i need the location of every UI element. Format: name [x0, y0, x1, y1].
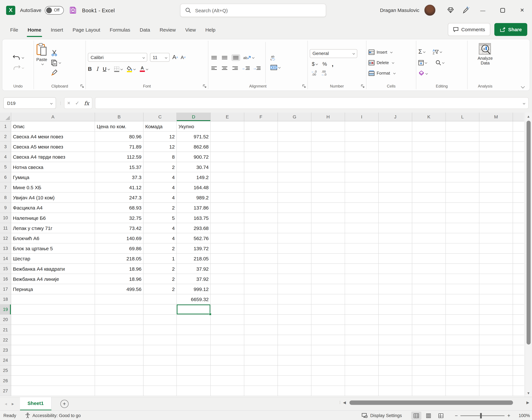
- cell-F4[interactable]: [244, 152, 278, 162]
- tab-review[interactable]: Review: [155, 20, 181, 39]
- cell-E4[interactable]: [211, 152, 244, 162]
- cell-B10[interactable]: 32.75: [95, 213, 143, 223]
- cell-C2[interactable]: 12: [143, 132, 177, 142]
- cell-partial-26[interactable]: [513, 376, 524, 386]
- font-dialog-launcher[interactable]: [203, 83, 206, 89]
- row-header-1[interactable]: 1: [0, 121, 11, 132]
- align-left-button[interactable]: [210, 65, 218, 71]
- cell-M9[interactable]: [480, 203, 513, 213]
- cell-B8[interactable]: 247.3: [95, 193, 143, 203]
- scroll-up-icon[interactable]: ▲: [525, 113, 532, 120]
- cell-J18[interactable]: [379, 294, 412, 304]
- cell-K1[interactable]: [412, 121, 446, 132]
- cell-partial-22[interactable]: [513, 335, 524, 345]
- insert-function-icon[interactable]: fx: [84, 100, 89, 106]
- cell-J25[interactable]: [379, 366, 412, 376]
- cell-E5[interactable]: [211, 162, 244, 172]
- cell-D14[interactable]: 218.05: [177, 254, 211, 264]
- col-header-B[interactable]: B: [95, 113, 143, 121]
- cell-J19[interactable]: [379, 304, 412, 315]
- cell-partial-23[interactable]: [513, 345, 524, 355]
- cell-partial-7[interactable]: [513, 182, 524, 193]
- cell-H13[interactable]: [312, 243, 345, 254]
- cell-B27[interactable]: [95, 386, 143, 396]
- cell-D1[interactable]: Укупно: [177, 121, 211, 132]
- cell-D19[interactable]: [177, 304, 211, 315]
- cell-K4[interactable]: [412, 152, 446, 162]
- cell-partial-13[interactable]: [513, 243, 524, 254]
- cell-L12[interactable]: [446, 233, 479, 243]
- decrease-decimal-button[interactable]: .00→.0: [321, 70, 326, 76]
- cell-F21[interactable]: [244, 325, 278, 335]
- cell-G10[interactable]: [278, 213, 312, 223]
- cell-partial-3[interactable]: [513, 142, 524, 152]
- cell-G25[interactable]: [278, 366, 312, 376]
- col-header-E[interactable]: E: [211, 113, 244, 121]
- cell-F17[interactable]: [244, 284, 278, 294]
- cell-F12[interactable]: [244, 233, 278, 243]
- number-format-select[interactable]: General: [310, 49, 357, 58]
- cell-H7[interactable]: [312, 182, 345, 193]
- tab-help[interactable]: Help: [201, 20, 220, 39]
- cell-I11[interactable]: [345, 223, 379, 233]
- cell-E14[interactable]: [211, 254, 244, 264]
- row-header-11[interactable]: 11: [0, 223, 11, 233]
- page-break-view-button[interactable]: [436, 411, 446, 420]
- cell-K20[interactable]: [412, 315, 446, 325]
- cell-I20[interactable]: [345, 315, 379, 325]
- cell-H3[interactable]: [312, 142, 345, 152]
- cell-H26[interactable]: [312, 376, 345, 386]
- cell-H19[interactable]: [312, 304, 345, 315]
- cell-M15[interactable]: [480, 264, 513, 274]
- cell-H1[interactable]: [312, 121, 345, 132]
- share-button[interactable]: Share: [494, 23, 527, 36]
- cell-D17[interactable]: 999.12: [177, 284, 211, 294]
- cell-partial-1[interactable]: [513, 121, 524, 132]
- merge-center-button[interactable]: [270, 65, 280, 70]
- cell-A22[interactable]: [11, 335, 95, 345]
- row-header-3[interactable]: 3: [0, 142, 11, 152]
- col-header-A[interactable]: A: [11, 113, 95, 121]
- zoom-level[interactable]: 100%: [514, 413, 530, 418]
- cell-I19[interactable]: [345, 304, 379, 315]
- cell-H11[interactable]: [312, 223, 345, 233]
- cell-C14[interactable]: 1: [143, 254, 177, 264]
- row-header-18[interactable]: 18: [0, 294, 11, 304]
- cell-partial-2[interactable]: [513, 132, 524, 142]
- cell-H17[interactable]: [312, 284, 345, 294]
- cell-F16[interactable]: [244, 274, 278, 284]
- cell-F6[interactable]: [244, 172, 278, 182]
- cell-D25[interactable]: [177, 366, 211, 376]
- cell-E10[interactable]: [211, 213, 244, 223]
- cell-D18[interactable]: 6659.32: [177, 294, 211, 304]
- scroll-down-icon[interactable]: ▼: [525, 389, 532, 397]
- cell-B3[interactable]: 71.89: [95, 142, 143, 152]
- cell-F8[interactable]: [244, 193, 278, 203]
- align-right-button[interactable]: [231, 65, 239, 71]
- cell-G1[interactable]: [278, 121, 312, 132]
- cell-H8[interactable]: [312, 193, 345, 203]
- cell-M3[interactable]: [480, 142, 513, 152]
- cell-I10[interactable]: [345, 213, 379, 223]
- cell-L25[interactable]: [446, 366, 479, 376]
- cell-M21[interactable]: [480, 325, 513, 335]
- tab-formulas[interactable]: Formulas: [105, 20, 135, 39]
- zoom-in-button[interactable]: +: [507, 413, 510, 418]
- row-header-10[interactable]: 10: [0, 213, 11, 223]
- cell-B16[interactable]: 18.96: [95, 274, 143, 284]
- cell-partial-17[interactable]: [513, 284, 524, 294]
- col-header-L[interactable]: L: [446, 113, 479, 121]
- cell-I4[interactable]: [345, 152, 379, 162]
- cell-C17[interactable]: 2: [143, 284, 177, 294]
- bold-button[interactable]: B: [88, 66, 92, 72]
- format-cells-button[interactable]: Format: [369, 68, 395, 78]
- save-icon[interactable]: [69, 6, 77, 14]
- cell-J15[interactable]: [379, 264, 412, 274]
- cell-A2[interactable]: Свеска А4 меки повез: [11, 132, 95, 142]
- cell-M23[interactable]: [480, 345, 513, 355]
- cell-K8[interactable]: [412, 193, 446, 203]
- row-header-26[interactable]: 26: [0, 376, 11, 386]
- cell-I24[interactable]: [345, 355, 379, 366]
- cell-L10[interactable]: [446, 213, 479, 223]
- cell-J8[interactable]: [379, 193, 412, 203]
